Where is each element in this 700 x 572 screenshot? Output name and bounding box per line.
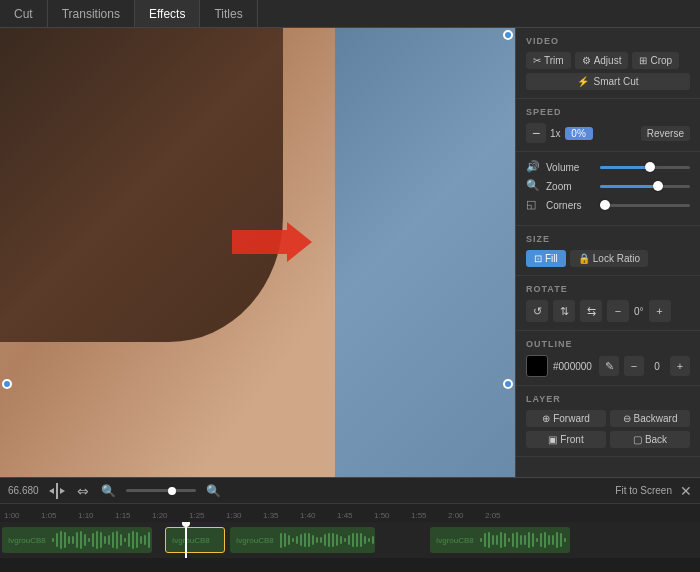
waveform-bar <box>512 533 514 547</box>
dash-button[interactable]: − <box>624 356 644 376</box>
front-icon: ▣ <box>548 434 557 445</box>
tab-transitions[interactable]: Transitions <box>48 0 135 27</box>
clip-4[interactable]: IvgrouCB8 <box>430 527 570 553</box>
adjust-button[interactable]: ⚙ Adjust <box>575 52 629 69</box>
adjust-icon: ⚙ <box>582 55 591 66</box>
right-panel: VIDEO ✂ Trim ⚙ Adjust ⊞ Crop ⚡ Smart Cut <box>515 28 700 477</box>
clip-3[interactable]: IvgrouCB8 <box>230 527 375 553</box>
waveform-bar <box>100 532 102 548</box>
flip-v-button[interactable]: ⇅ <box>553 300 575 322</box>
zoom-out-button[interactable]: 🔍 <box>99 484 118 498</box>
waveform-bar <box>292 538 294 542</box>
video-preview <box>0 28 515 477</box>
rotate-section: ROTATE ↺ ⇅ ⇆ − 0° + <box>516 276 700 331</box>
move-button[interactable]: ⇔ <box>75 483 91 499</box>
waveform-bar <box>104 536 106 544</box>
waveform-bar <box>352 533 354 547</box>
waveform-bar <box>564 538 566 543</box>
speed-minus-button[interactable]: − <box>526 123 546 143</box>
back-button[interactable]: ▢ Back <box>610 431 690 448</box>
fill-button[interactable]: ⊡ Fill <box>526 250 566 267</box>
volume-label: Volume <box>546 162 594 173</box>
svg-marker-0 <box>232 222 312 262</box>
handle-bottom-left[interactable] <box>2 379 12 389</box>
split-button[interactable] <box>47 483 67 499</box>
waveform-bar <box>296 536 298 544</box>
volume-slider[interactable] <box>600 166 690 169</box>
zoom-row: 🔍 Zoom <box>526 179 690 193</box>
color-value: #000000 <box>553 361 594 372</box>
smart-cut-button[interactable]: ⚡ Smart Cut <box>526 73 690 90</box>
waveform-bar <box>316 537 318 543</box>
waveform-bar <box>312 535 314 546</box>
handle-top-right[interactable] <box>503 30 513 40</box>
trim-button[interactable]: ✂ Trim <box>526 52 571 69</box>
waveform-bar <box>304 533 306 548</box>
clip-1[interactable]: IvgrouCB8 <box>2 527 152 553</box>
video-buttons: ✂ Trim ⚙ Adjust ⊞ Crop <box>526 52 690 69</box>
waveform-bar <box>560 533 562 547</box>
layer-section: LAYER ⊕ Forward ⊖ Backward ▣ Front ▢ Bac… <box>516 386 700 457</box>
clip-2-selected[interactable]: IvgrouCB8 <box>165 527 225 553</box>
pen-button[interactable]: ✎ <box>599 356 619 376</box>
front-button[interactable]: ▣ Front <box>526 431 606 448</box>
video-frame <box>0 28 515 477</box>
corners-slider[interactable] <box>600 204 690 207</box>
rotate-label: ROTATE <box>526 284 690 294</box>
zoom-thumb[interactable] <box>653 181 663 191</box>
flip-h-button[interactable]: ⇆ <box>580 300 602 322</box>
corners-label: Corners <box>546 200 594 211</box>
waveform-bar <box>284 533 286 547</box>
speed-label: SPEED <box>526 107 690 117</box>
crop-button[interactable]: ⊞ Crop <box>632 52 679 69</box>
waveform-bar <box>528 532 530 549</box>
tab-titles[interactable]: Titles <box>200 0 257 27</box>
ruler-mark-9: 1:45 <box>337 511 353 520</box>
waveform-bar <box>372 536 374 545</box>
volume-icon: 🔊 <box>526 160 540 174</box>
rotate-plus-button[interactable]: + <box>649 300 671 322</box>
backward-button[interactable]: ⊖ Backward <box>610 410 690 427</box>
waveform-bar <box>128 533 130 546</box>
waveform-bar <box>84 534 86 547</box>
handle-bottom-right[interactable] <box>503 379 513 389</box>
backward-icon: ⊖ <box>623 413 631 424</box>
rotate-ccw-button[interactable]: ↺ <box>526 300 548 322</box>
waveform-bar <box>524 535 526 545</box>
waveform-bar <box>148 532 150 548</box>
color-swatch[interactable] <box>526 355 548 377</box>
playhead[interactable] <box>185 522 187 558</box>
ruler-mark-5: 1:25 <box>189 511 205 520</box>
zoom-slider-timeline[interactable] <box>126 489 196 492</box>
layer-label: LAYER <box>526 394 690 404</box>
tab-cut[interactable]: Cut <box>0 0 48 27</box>
reverse-button[interactable]: Reverse <box>641 126 690 141</box>
waveform-bar <box>508 538 510 542</box>
waveform-bar <box>548 535 550 544</box>
zoom-slider[interactable] <box>600 185 690 188</box>
waveform-bar <box>500 532 502 549</box>
lock-ratio-button[interactable]: 🔒 Lock Ratio <box>570 250 648 267</box>
outline-plus-button[interactable]: + <box>670 356 690 376</box>
waveform-bar <box>536 538 538 542</box>
zoom-slider-thumb[interactable] <box>168 487 176 495</box>
corners-row: ◱ Corners <box>526 198 690 212</box>
close-button[interactable]: ✕ <box>680 483 692 499</box>
ruler-mark-11: 1:55 <box>411 511 427 520</box>
forward-button[interactable]: ⊕ Forward <box>526 410 606 427</box>
waveform-bar <box>516 532 518 549</box>
rotate-minus-button[interactable]: − <box>607 300 629 322</box>
tab-effects[interactable]: Effects <box>135 0 200 27</box>
corners-thumb[interactable] <box>600 200 610 210</box>
waveform-bar <box>80 531 82 549</box>
waveform-bar <box>52 538 54 542</box>
fit-screen-button[interactable]: Fit to Screen <box>615 485 672 496</box>
zoom-in-button[interactable]: 🔍 <box>204 484 223 498</box>
waveform-bar <box>364 536 366 545</box>
ruler-marks: 1:00 1:05 1:10 1:15 1:20 1:25 1:30 1:35 … <box>4 504 696 522</box>
waveform-bar <box>68 536 70 545</box>
forward-icon: ⊕ <box>542 413 550 424</box>
timeline-area: 66.680 ⇔ 🔍 🔍 Fit to Screen ✕ 1:00 1:05 1… <box>0 477 700 572</box>
size-section: SIZE ⊡ Fill 🔒 Lock Ratio <box>516 226 700 276</box>
volume-thumb[interactable] <box>645 162 655 172</box>
